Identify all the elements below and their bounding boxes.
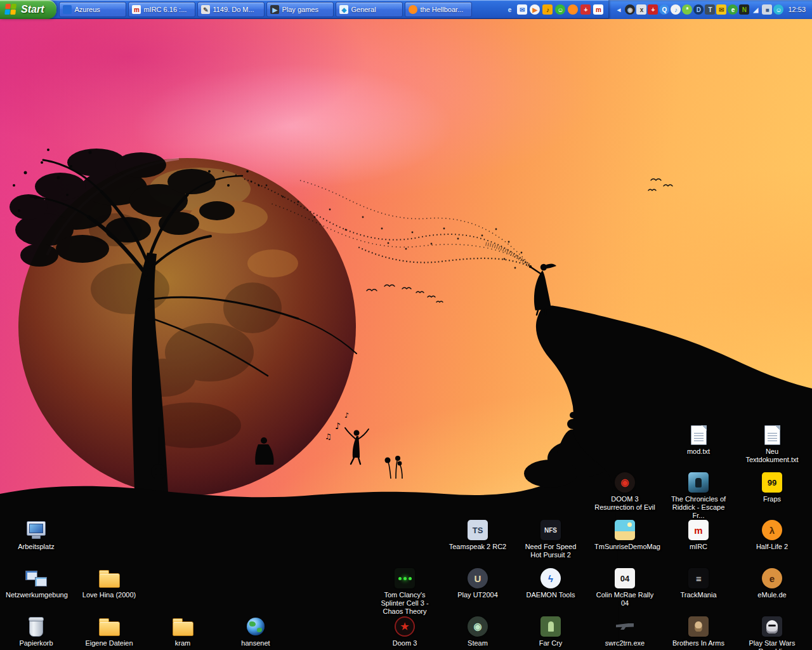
desktop-icon-play-ut2004[interactable]: UPlay UT2004 (447, 567, 508, 599)
emule-de-icon: e (762, 568, 782, 588)
desktop-icon-tmsunrisedemomag[interactable]: TmSunriseDemoMag (594, 519, 655, 551)
outlook-express-icon[interactable]: ✉ (517, 4, 527, 15)
papierkorb-icon-slot (29, 616, 43, 637)
desktop-icon-label: Fraps (763, 495, 781, 503)
desktop-icon-arbeitsplatz[interactable]: Arbeitsplatz (6, 519, 67, 551)
desktop-icon-brothers-in-arms[interactable]: Brothers In Arms (668, 616, 729, 647)
nvidia-icon[interactable]: N (739, 4, 749, 15)
desktop-icon-teamspeak-2-rc2[interactable]: TSTeamspeak 2 RC2 (447, 519, 508, 551)
task-button-1149-do-m[interactable]: ✎1149. Do M... (197, 2, 265, 17)
mirc-icon: m (688, 520, 709, 540)
mail-notifier-icon[interactable]: ✉ (716, 4, 726, 15)
desktop-icon-label: Arbeitsplatz (18, 543, 54, 551)
winamp-icon[interactable]: ♪ (542, 4, 553, 15)
desktop-icon-mod-txt[interactable]: mod.txt (668, 424, 729, 456)
colin-mcrae-rally-04-icon-slot: 04 (615, 567, 635, 589)
desktop-icon-steam[interactable]: ◉Steam (447, 616, 508, 647)
trackmania-icon-slot: ≡ (688, 567, 709, 589)
chat-channel-icon: ◆ (339, 5, 348, 14)
antivirus-icon[interactable]: + (580, 4, 591, 15)
desktop-icon-tom-clancy-s-splinter-cell-3-chaos-theory[interactable]: Tom Clancy's Splinter Cell 3 - Chaos The… (374, 567, 435, 616)
desktop-icon-the-chronicles-of-riddick-escape-fr[interactable]: The Chronicles of Riddick - Escape Fr... (668, 472, 729, 520)
neu-textdokument-txt-icon-slot (764, 424, 780, 446)
swrc2trn-exe-icon (615, 616, 635, 637)
desktop-icon-fraps[interactable]: 99Fraps (742, 472, 802, 503)
volume-icon[interactable]: ◢ (750, 4, 761, 15)
system-tray: ◄◉x+Q♪*DT✉eN◢■☺ 12:53 (608, 0, 812, 19)
play-star-wars-republic-commando-icon (762, 616, 782, 637)
eigene-dateien-icon-slot (99, 616, 120, 637)
desktop-icon-hansenet[interactable]: hansenet (225, 616, 286, 647)
msn-messenger-icon[interactable]: ☺ (555, 4, 565, 15)
desktop-icon-doom-3-resurrection-of-evil[interactable]: ◉DOOM 3 Resurrection of Evil (594, 472, 655, 512)
desktop-icon-half-life-2[interactable]: λHalf-Life 2 (742, 519, 802, 551)
desktop-icon-trackmania[interactable]: ≡TrackMania (668, 567, 729, 599)
desktop-icon-emule-de[interactable]: eeMule.de (742, 567, 802, 599)
desktop-icon-netzwerkumgebung[interactable]: Netzwerkumgebung (6, 567, 67, 599)
desktop-icon-need-for-speed-hot-pursuit-2[interactable]: NFSNeed For Speed Hot Pursuit 2 (520, 519, 581, 559)
desktop[interactable]: ♪ ♪ ♫ mod.txtNeu Textdokument.txt◉DOOM 3… (0, 19, 812, 650)
desktop-icon-mirc[interactable]: mmIRC (668, 519, 729, 551)
start-button[interactable]: Start (0, 0, 56, 19)
tray-icons: ◄◉x+Q♪*DT✉eN◢■☺ (613, 4, 783, 15)
task-buttons: AzureusmmIRC 6.16 :...✎1149. Do M...▶Pla… (56, 0, 475, 19)
desktop-icon-love-hina-2000[interactable]: Love Hina (2000) (79, 567, 140, 599)
mirc-icon[interactable]: m (593, 4, 603, 15)
task-button-mirc-6-16[interactable]: mmIRC 6.16 :... (128, 2, 195, 17)
task-button-play-games[interactable]: ▶Play games (266, 2, 334, 17)
daemon-tools-icon[interactable]: D (693, 4, 704, 15)
doom-3-resurrection-of-evil-icon-slot: ◉ (615, 472, 635, 493)
desktop-icon-colin-mcrae-rally-04[interactable]: 04Colin McRae Rally 04 (594, 567, 655, 607)
teamspeak-2-rc2-icon: TS (468, 520, 488, 540)
taskbar: Start AzureusmmIRC 6.16 :...✎1149. Do M.… (0, 0, 812, 19)
desktop-icon-label: mIRC (690, 543, 707, 551)
fraps-icon: 99 (762, 472, 782, 493)
desktop-icon-papierkorb[interactable]: Papierkorb (6, 616, 67, 647)
colin-mcrae-rally-04-icon: 04 (615, 568, 635, 588)
emule-icon[interactable]: e (728, 4, 738, 15)
teamspeak-icon[interactable]: T (705, 4, 715, 15)
task-button-the-hellboar[interactable]: the Hellboar... (405, 2, 472, 17)
desktop-icon-label: Papierkorb (19, 639, 53, 647)
desktop-icon-swrc2trn-exe[interactable]: swrc2trn.exe (594, 616, 655, 647)
folder-icon (99, 573, 120, 588)
love-hina-2000-icon-slot (99, 567, 120, 589)
need-for-speed-hot-pursuit-2-icon-slot: NFS (540, 519, 561, 541)
task-button-azureus[interactable]: Azureus (59, 2, 126, 17)
steam-icon: ◉ (468, 616, 488, 637)
firefox-icon[interactable] (568, 4, 578, 15)
task-button-label: Azureus (74, 6, 100, 13)
media-player-icon[interactable]: ▶ (530, 4, 540, 15)
desktop-icon-kram[interactable]: kram (152, 616, 213, 647)
desktop-icon-daemon-tools[interactable]: ϟDAEMON Tools (520, 567, 581, 599)
antivir-icon[interactable]: + (648, 4, 658, 15)
safely-remove-icon[interactable]: ■ (762, 4, 772, 15)
desktop-icon-label: Teamspeak 2 RC2 (449, 543, 507, 551)
steam-icon[interactable]: ◉ (625, 4, 635, 15)
internet-explorer-icon[interactable]: e (504, 4, 514, 15)
txt-icon (764, 425, 780, 445)
desktop-icon-label: TmSunriseDemoMag (594, 543, 655, 551)
comp-icon (27, 521, 46, 536)
clock[interactable]: 12:53 (788, 6, 806, 13)
desktop-icon-play-star-wars-republic-commando[interactable]: Play Star Wars Republic Commando (742, 616, 802, 650)
desktop-icon-label: Neu Textdokument.txt (742, 448, 802, 464)
desktop-icon-label: swrc2trn.exe (605, 639, 645, 647)
desktop-icon-far-cry[interactable]: Far Cry (520, 616, 581, 647)
itunes-icon[interactable]: ♪ (671, 4, 681, 15)
messenger-icon[interactable]: ☺ (773, 4, 783, 15)
icq-icon[interactable]: * (682, 4, 692, 15)
desktop-icon-eigene-dateien[interactable]: Eigene Dateien (79, 616, 140, 647)
desktop-icon-doom-3[interactable]: ★Doom 3 (374, 616, 435, 647)
play-ut2004-icon-slot: U (468, 567, 488, 589)
task-button-general[interactable]: ◆General (336, 2, 403, 17)
brothers-in-arms-icon-slot (688, 616, 709, 637)
tom-clancy-s-splinter-cell-3-chaos-theory-icon-slot (395, 567, 415, 589)
txt-icon (691, 425, 707, 445)
quicktime-icon[interactable]: Q (659, 4, 669, 15)
hide-icons-icon[interactable]: ◄ (613, 4, 624, 15)
desktop-icon-neu-textdokument-txt[interactable]: Neu Textdokument.txt (742, 424, 802, 464)
xfire-icon[interactable]: x (636, 4, 646, 15)
kram-icon-slot (173, 616, 193, 637)
far-cry-icon-slot (540, 616, 561, 637)
